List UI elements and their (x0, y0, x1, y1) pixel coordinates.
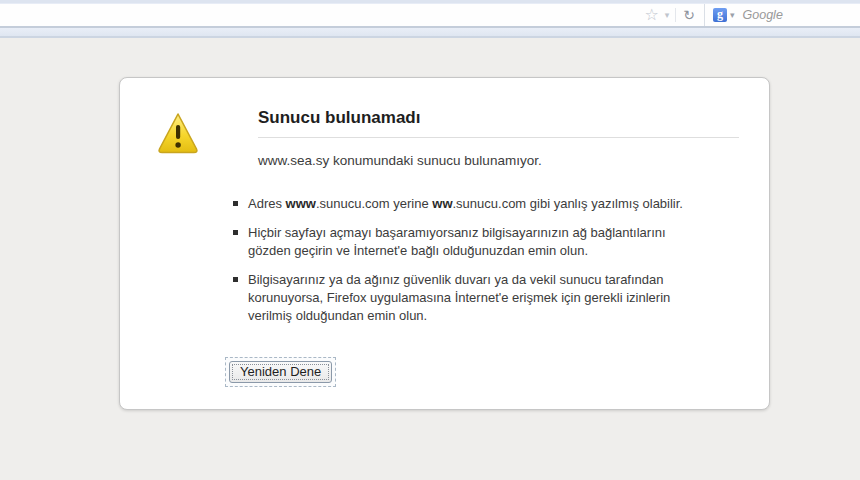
retry-button-focus-ring: Yeniden Dene (225, 357, 336, 387)
suggestion-text: .sunucu.com yerine (316, 196, 432, 211)
search-engine-dropdown-icon[interactable]: ▾ (727, 11, 738, 20)
bookmark-star-icon[interactable]: ☆ (642, 7, 660, 23)
suggestion-item-network: Hiçbir sayfayı açmayı başaramıyorsanız b… (233, 224, 685, 260)
address-bar-input[interactable]: ☆ ▾ ↻ (0, 4, 705, 26)
error-description: www.sea.sy konumundaki sunucu bulunamıyo… (258, 153, 739, 168)
address-dropdown-icon[interactable]: ▾ (661, 11, 674, 20)
google-engine-icon[interactable]: g (713, 8, 727, 22)
search-placeholder: Google (738, 8, 783, 22)
suggestion-bold-ww: ww (432, 196, 452, 211)
navigation-toolbar: ☆ ▾ ↻ g ▾ Google (0, 4, 860, 26)
error-card: Sunucu bulunamadı www.sea.sy konumundaki… (119, 77, 770, 410)
warning-icon (156, 110, 200, 158)
retry-button[interactable]: Yeniden Dene (229, 361, 332, 383)
suggestion-text: Adres (248, 196, 286, 211)
suggestion-text: .sunucu.com gibi yanlış yazılmış olabili… (453, 196, 683, 211)
toolbar-bottom-band (0, 26, 860, 38)
error-content: Sunucu bulunamadı www.sea.sy konumundaki… (258, 78, 739, 387)
suggestion-item-typo: Adres www.sunucu.com yerine ww.sunucu.co… (233, 195, 685, 213)
browser-toolbar: ☆ ▾ ↻ g ▾ Google (0, 0, 860, 38)
suggestion-item-firewall: Bilgisayarınız ya da ağınız güvenlik duv… (233, 271, 685, 325)
suggestion-bold-www: www (286, 196, 316, 211)
page-title: Sunucu bulunamadı (258, 78, 739, 138)
suggestion-list: Adres www.sunucu.com yerine ww.sunucu.co… (233, 195, 685, 325)
reload-icon[interactable]: ↻ (675, 8, 699, 22)
search-input[interactable]: g ▾ Google (705, 4, 860, 26)
